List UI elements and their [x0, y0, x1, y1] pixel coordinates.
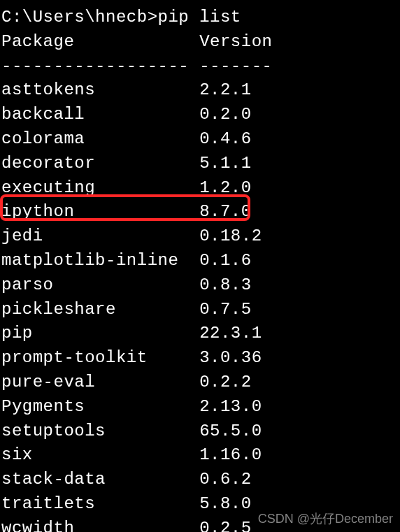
- package-list: asttokens 2.2.1backcall 0.2.0colorama 0.…: [1, 78, 400, 532]
- table-row: matplotlib-inline 0.1.6: [1, 249, 400, 273]
- table-header: Package Version: [1, 30, 400, 55]
- table-row: pure-eval 0.2.2: [1, 371, 400, 395]
- watermark-text: CSDN @光仔December: [258, 510, 393, 528]
- table-row: parso 0.8.3: [1, 273, 400, 298]
- table-row: pickleshare 0.7.5: [1, 298, 400, 322]
- command-text: pip list: [158, 8, 241, 27]
- table-row: stack-data 0.6.2: [1, 468, 400, 492]
- table-row: backcall 0.2.0: [1, 103, 400, 127]
- table-row: jedi 0.18.2: [1, 224, 400, 249]
- table-row: colorama 0.4.6: [1, 127, 400, 152]
- command-prompt-line: C:\Users\hnecb>pip list: [1, 6, 400, 30]
- table-row: executing 1.2.0: [1, 176, 400, 201]
- table-row: setuptools 65.5.0: [1, 419, 400, 444]
- prompt-path: C:\Users\hnecb>: [1, 8, 158, 27]
- table-row: six 1.16.0: [1, 443, 400, 468]
- table-row: Pygments 2.13.0: [1, 395, 400, 419]
- table-row: prompt-toolkit 3.0.36: [1, 346, 400, 371]
- table-row: decorator 5.1.1: [1, 152, 400, 176]
- table-row: pip 22.3.1: [1, 322, 400, 346]
- table-row: ipython 8.7.0: [1, 200, 400, 224]
- table-separator: ------------------ -------: [1, 55, 400, 79]
- table-row: asttokens 2.2.1: [1, 78, 400, 103]
